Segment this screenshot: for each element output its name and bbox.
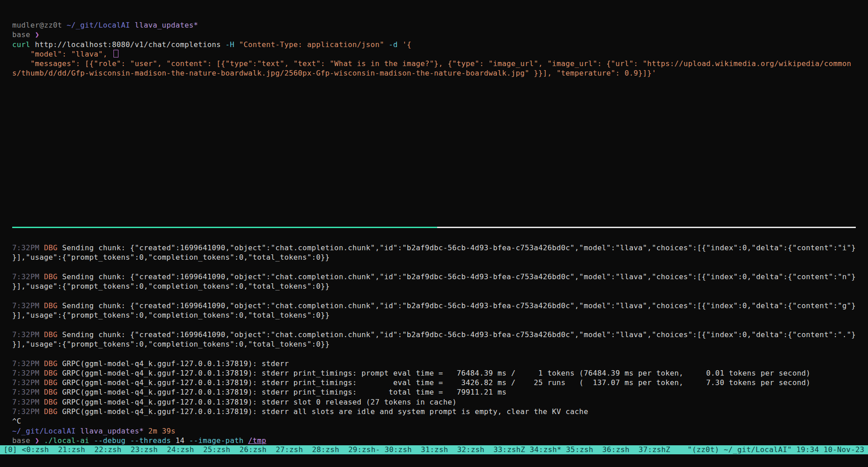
terminal-text-segment: base [12,30,35,39]
log-grpc-total-time: 7:32PM DBG GRPC(ggml-model-q4_k.gguf-127… [12,387,856,397]
terminal-text-segment: 7:32PM [12,359,44,368]
terminal-text-segment: Sending chunk: {"created":1699641090,"ob… [62,301,856,310]
terminal-text-segment: DBG [44,369,62,377]
tmux-window-list: [0] <0:zsh 21:zsh 22:zsh 23:zsh 24:zsh 2… [4,445,670,454]
terminal-text-segment [130,21,135,29]
terminal-text-segment: DBG [44,398,62,406]
terminal-text-segment: ^C [12,417,21,425]
terminal-text-segment: 7:32PM [12,369,44,377]
terminal-text-segment: 7:32PM [12,398,44,406]
terminal-text-segment: ~/_git/LocalAI [12,427,75,435]
log-chunk-4: 7:32PM DBG Sending chunk: {"created":169… [12,330,856,339]
cursor-box [113,50,118,57]
terminal-text-segment: ./local-ai [44,436,94,445]
terminal-text-segment: http://localhost:8080/v1/chat/completion… [35,40,225,49]
terminal-text-segment: -d [389,40,402,49]
terminal-text-segment: base [12,436,35,445]
terminal-text-segment: GRPC(ggml-model-q4_k.gguf-127.0.0.1:3781… [62,388,506,396]
terminal-text-segment: GRPC(ggml-model-q4_k.gguf-127.0.0.1:3781… [62,398,457,406]
terminal-text-segment: "model": "llava", [12,50,112,58]
terminal-text-segment: 7:32PM [12,407,44,416]
terminal-text-segment: }],"usage":{"prompt_tokens":0,"completio… [12,282,330,291]
terminal-text-segment: }],"usage":{"prompt_tokens":0,"completio… [12,253,330,262]
terminal-text-segment: }],"usage":{"prompt_tokens":0,"completio… [12,340,330,348]
terminal-text-segment [144,427,148,435]
terminal-text-segment: llava_updates* [135,21,198,29]
terminal-text-segment: 7:32PM [12,272,44,281]
tmux-right-status: "(zz0t) ~/_git/LocalAI" 19:34 10-Nov-23 [688,445,864,454]
terminal-text-segment: Sending chunk: {"created":1699641090,"ob… [62,243,856,252]
prompt-path-line: mudler@zz0t ~/_git/LocalAI llava_updates… [12,20,851,30]
terminal-text-segment: ❯ [35,436,39,445]
terminal-text-segment: 7:32PM [12,243,44,252]
tmux-status-bar: [0] <0:zsh 21:zsh 22:zsh 23:zsh 24:zsh 2… [0,445,868,454]
sigint-row: ^C [12,416,856,426]
log-grpc-slots-idle: 7:32PM DBG GRPC(ggml-model-q4_k.gguf-127… [12,407,856,416]
terminal-text-segment: curl [12,40,35,49]
terminal-window[interactable]: mudler@zz0t ~/_git/LocalAI llava_updates… [0,0,868,467]
terminal-text-segment: "messages": [{"role": "user", "content":… [12,59,851,68]
terminal-text-segment: llava_updates* [80,427,144,435]
log-chunk-4-wrap: }],"usage":{"prompt_tokens":0,"completio… [12,339,856,349]
terminal-text-segment: DBG [44,378,62,387]
progress-divider [12,227,856,228]
command-local-ai-line: base ❯ ./local-ai --debug --threads 14 -… [12,436,856,445]
terminal-text-segment: Sending chunk: {"created":1699641090,"ob… [62,272,856,281]
terminal-text-segment: --debug --threads [94,436,176,445]
terminal-text-segment: GRPC(ggml-model-q4_k.gguf-127.0.0.1:3781… [62,378,810,387]
terminal-text-segment: --image-path [189,436,248,445]
terminal-scrollback-top: mudler@zz0t ~/_git/LocalAI llava_updates… [12,20,851,78]
terminal-text-segment [39,436,44,445]
terminal-text-segment: -H [226,40,239,49]
terminal-log-output: 7:32PM DBG Sending chunk: {"created":169… [12,243,856,445]
terminal-text-segment: DBG [44,330,62,339]
tmp-path-link[interactable]: /tmp [248,436,266,445]
blank-row [12,262,856,272]
log-grpc-eval-time: 7:32PM DBG GRPC(ggml-model-q4_k.gguf-127… [12,378,856,387]
terminal-text-segment: ❯ [35,30,39,39]
log-chunk-1: 7:32PM DBG Sending chunk: {"created":169… [12,243,856,253]
terminal-text-segment [75,427,80,435]
command-curl-line: curl http://localhost:8080/v1/chat/compl… [12,40,851,49]
terminal-text-segment: 7:32PM [12,388,44,396]
blank-row [12,320,856,329]
log-grpc-stderr: 7:32PM DBG GRPC(ggml-model-q4_k.gguf-127… [12,359,856,368]
terminal-text-segment: s/thumb/d/dd/Gfp-wisconsin-madison-the-n… [12,69,656,77]
command-json-messages-wrap-line: s/thumb/d/dd/Gfp-wisconsin-madison-the-n… [12,68,851,78]
divider-remaining-segment [437,227,856,228]
log-chunk-3-wrap: }],"usage":{"prompt_tokens":0,"completio… [12,310,856,320]
prompt-line: base ❯ [12,30,851,39]
blank-row [12,291,856,300]
divider-elapsed-segment [12,227,437,228]
log-grpc-prompt-eval-time: 7:32PM DBG GRPC(ggml-model-q4_k.gguf-127… [12,368,856,378]
terminal-text-segment: 7:32PM [12,301,44,310]
terminal-text-segment: GRPC(ggml-model-q4_k.gguf-127.0.0.1:3781… [62,407,588,416]
command-json-model-line: "model": "llava", [12,49,851,59]
terminal-text-segment: 14 [175,436,189,445]
prompt-path-line-2: ~/_git/LocalAI llava_updates* 2m 39s [12,426,856,436]
terminal-text-segment: Sending chunk: {"created":1699641090,"ob… [62,330,856,339]
terminal-text-segment: '{ [402,40,411,49]
terminal-text-segment: DBG [44,359,62,368]
terminal-text-segment: ~/_git/LocalAI [66,21,130,29]
blank-row [12,349,856,358]
terminal-text-segment: mudler@zz0t [12,21,66,29]
terminal-text-segment: "Content-Type: application/json" [239,40,389,49]
terminal-text-segment: GRPC(ggml-model-q4_k.gguf-127.0.0.1:3781… [62,369,810,377]
terminal-text-segment: DBG [44,301,62,310]
terminal-text-segment: GRPC(ggml-model-q4_k.gguf-127.0.0.1:3781… [62,359,293,368]
terminal-text-segment: DBG [44,272,62,281]
log-chunk-2-wrap: }],"usage":{"prompt_tokens":0,"completio… [12,281,856,291]
log-chunk-2: 7:32PM DBG Sending chunk: {"created":169… [12,272,856,281]
terminal-text-segment: 2m 39s [148,427,175,435]
command-json-messages-line: "messages": [{"role": "user", "content":… [12,59,851,68]
log-chunk-3: 7:32PM DBG Sending chunk: {"created":169… [12,301,856,310]
terminal-text-segment: DBG [44,407,62,416]
terminal-text-segment: 7:32PM [12,330,44,339]
log-grpc-slot-released: 7:32PM DBG GRPC(ggml-model-q4_k.gguf-127… [12,397,856,407]
terminal-text-segment: }],"usage":{"prompt_tokens":0,"completio… [12,311,330,319]
terminal-text-segment: DBG [44,243,62,252]
terminal-text-segment: DBG [44,388,62,396]
log-chunk-1-wrap: }],"usage":{"prompt_tokens":0,"completio… [12,253,856,262]
terminal-text-segment: 7:32PM [12,378,44,387]
